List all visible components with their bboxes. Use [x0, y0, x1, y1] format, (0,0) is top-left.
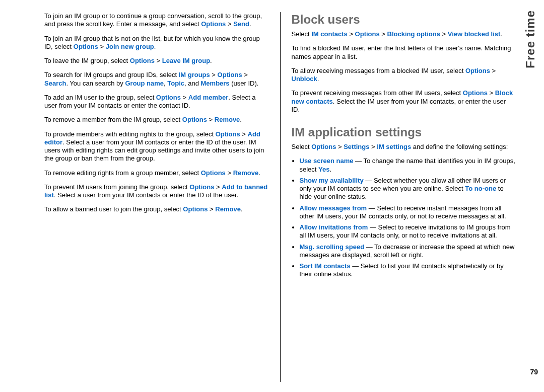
page-number: 79: [530, 368, 538, 377]
setting-use-screen-name: Use screen name — To change the name tha…: [300, 157, 516, 174]
setting-allow-invitations: Allow invitations from — Select to recei…: [300, 223, 516, 240]
setting-allow-messages: Allow messages from — Select to receive …: [300, 204, 516, 221]
para-find-blocked: To find a blocked IM user, enter the fir…: [292, 44, 516, 61]
left-column: To join an IM group or to continue a gro…: [44, 12, 281, 382]
para-join-group: To join an IM group or to continue a gro…: [44, 12, 269, 29]
para-search-groups: To search for IM groups and group IDs, s…: [44, 71, 269, 88]
para-allow-banned: To allow a banned user to join the group…: [44, 205, 269, 213]
side-tab: Free time: [523, 10, 538, 68]
para-leave-group: To leave the IM group, select Options > …: [44, 57, 269, 65]
heading-im-settings: IM application settings: [292, 125, 516, 140]
para-add-editor: To provide members with editing rights t…: [44, 130, 269, 163]
right-column: Block users Select IM contacts > Options…: [281, 12, 516, 382]
para-unblock: To allow receiving messages from a block…: [292, 67, 516, 84]
para-select-settings: Select Options > Settings > IM settings …: [292, 143, 516, 151]
para-join-new-group: To join an IM group that is not on the l…: [44, 35, 269, 51]
para-block-new: To prevent receiving messages from other…: [292, 89, 516, 114]
setting-msg-speed: Msg. scrolling speed — To decrease or in…: [300, 243, 516, 260]
page: Free time 79 To join an IM group or to c…: [0, 0, 544, 392]
heading-block-users: Block users: [292, 12, 516, 27]
columns: To join an IM group or to continue a gro…: [44, 12, 516, 382]
para-remove-member: To remove a member from the IM group, se…: [44, 116, 269, 124]
para-add-banned: To prevent IM users from joining the gro…: [44, 183, 269, 200]
para-remove-editor: To remove editing rights from a group me…: [44, 169, 269, 177]
setting-show-availability: Show my availability — Select whether yo…: [300, 177, 516, 201]
setting-sort-contacts: Sort IM contacts — Select to list your I…: [300, 262, 516, 279]
para-add-member: To add an IM user to the group, select O…: [44, 94, 269, 110]
settings-list: Use screen name — To change the name tha…: [292, 157, 516, 278]
para-select-blocked-list: Select IM contacts > Options > Blocking …: [292, 30, 516, 38]
